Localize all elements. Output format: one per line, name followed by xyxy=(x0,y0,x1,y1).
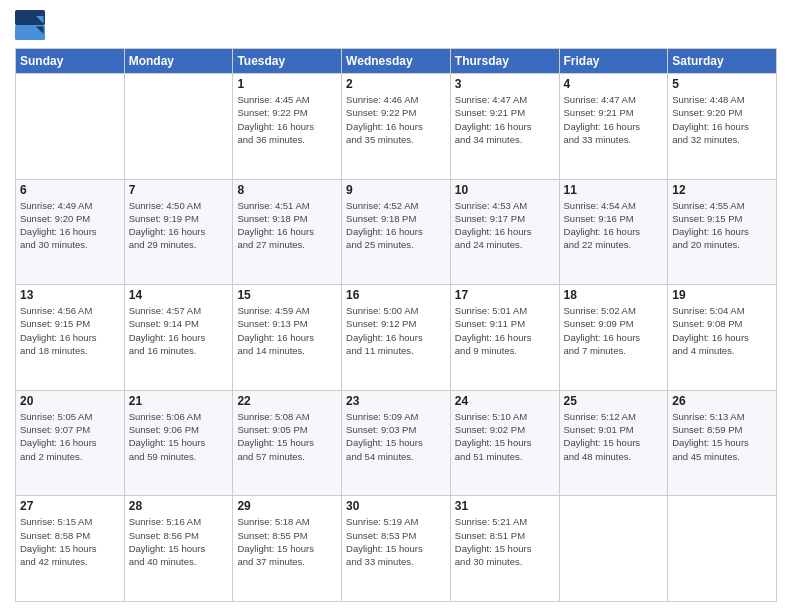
calendar-cell: 3Sunrise: 4:47 AM Sunset: 9:21 PM Daylig… xyxy=(450,74,559,180)
calendar-cell: 14Sunrise: 4:57 AM Sunset: 9:14 PM Dayli… xyxy=(124,285,233,391)
day-number: 8 xyxy=(237,183,337,197)
day-number: 29 xyxy=(237,499,337,513)
day-info: Sunrise: 5:10 AM Sunset: 9:02 PM Dayligh… xyxy=(455,410,555,463)
day-number: 7 xyxy=(129,183,229,197)
day-number: 23 xyxy=(346,394,446,408)
day-number: 4 xyxy=(564,77,664,91)
calendar-week-5: 27Sunrise: 5:15 AM Sunset: 8:58 PM Dayli… xyxy=(16,496,777,602)
day-info: Sunrise: 5:15 AM Sunset: 8:58 PM Dayligh… xyxy=(20,515,120,568)
calendar-cell: 20Sunrise: 5:05 AM Sunset: 9:07 PM Dayli… xyxy=(16,390,125,496)
day-number: 6 xyxy=(20,183,120,197)
calendar-cell: 18Sunrise: 5:02 AM Sunset: 9:09 PM Dayli… xyxy=(559,285,668,391)
calendar-cell: 9Sunrise: 4:52 AM Sunset: 9:18 PM Daylig… xyxy=(342,179,451,285)
calendar-week-2: 6Sunrise: 4:49 AM Sunset: 9:20 PM Daylig… xyxy=(16,179,777,285)
day-info: Sunrise: 5:06 AM Sunset: 9:06 PM Dayligh… xyxy=(129,410,229,463)
calendar-cell: 27Sunrise: 5:15 AM Sunset: 8:58 PM Dayli… xyxy=(16,496,125,602)
day-info: Sunrise: 4:45 AM Sunset: 9:22 PM Dayligh… xyxy=(237,93,337,146)
calendar-cell xyxy=(668,496,777,602)
day-info: Sunrise: 5:04 AM Sunset: 9:08 PM Dayligh… xyxy=(672,304,772,357)
calendar-cell: 17Sunrise: 5:01 AM Sunset: 9:11 PM Dayli… xyxy=(450,285,559,391)
day-number: 30 xyxy=(346,499,446,513)
weekday-header-tuesday: Tuesday xyxy=(233,49,342,74)
day-number: 18 xyxy=(564,288,664,302)
day-info: Sunrise: 5:02 AM Sunset: 9:09 PM Dayligh… xyxy=(564,304,664,357)
calendar-cell: 12Sunrise: 4:55 AM Sunset: 9:15 PM Dayli… xyxy=(668,179,777,285)
day-number: 28 xyxy=(129,499,229,513)
calendar-cell: 23Sunrise: 5:09 AM Sunset: 9:03 PM Dayli… xyxy=(342,390,451,496)
calendar-cell: 29Sunrise: 5:18 AM Sunset: 8:55 PM Dayli… xyxy=(233,496,342,602)
page: SundayMondayTuesdayWednesdayThursdayFrid… xyxy=(0,0,792,612)
calendar-cell: 28Sunrise: 5:16 AM Sunset: 8:56 PM Dayli… xyxy=(124,496,233,602)
calendar-cell: 21Sunrise: 5:06 AM Sunset: 9:06 PM Dayli… xyxy=(124,390,233,496)
calendar-cell: 22Sunrise: 5:08 AM Sunset: 9:05 PM Dayli… xyxy=(233,390,342,496)
calendar-cell: 10Sunrise: 4:53 AM Sunset: 9:17 PM Dayli… xyxy=(450,179,559,285)
calendar-cell: 11Sunrise: 4:54 AM Sunset: 9:16 PM Dayli… xyxy=(559,179,668,285)
calendar-cell: 16Sunrise: 5:00 AM Sunset: 9:12 PM Dayli… xyxy=(342,285,451,391)
day-number: 5 xyxy=(672,77,772,91)
day-number: 22 xyxy=(237,394,337,408)
calendar-cell: 13Sunrise: 4:56 AM Sunset: 9:15 PM Dayli… xyxy=(16,285,125,391)
day-number: 3 xyxy=(455,77,555,91)
header xyxy=(15,10,777,40)
day-number: 25 xyxy=(564,394,664,408)
day-info: Sunrise: 4:48 AM Sunset: 9:20 PM Dayligh… xyxy=(672,93,772,146)
weekday-header-thursday: Thursday xyxy=(450,49,559,74)
day-info: Sunrise: 5:12 AM Sunset: 9:01 PM Dayligh… xyxy=(564,410,664,463)
day-info: Sunrise: 5:19 AM Sunset: 8:53 PM Dayligh… xyxy=(346,515,446,568)
day-number: 31 xyxy=(455,499,555,513)
calendar-cell: 1Sunrise: 4:45 AM Sunset: 9:22 PM Daylig… xyxy=(233,74,342,180)
calendar-cell: 31Sunrise: 5:21 AM Sunset: 8:51 PM Dayli… xyxy=(450,496,559,602)
day-info: Sunrise: 4:47 AM Sunset: 9:21 PM Dayligh… xyxy=(564,93,664,146)
day-info: Sunrise: 5:13 AM Sunset: 8:59 PM Dayligh… xyxy=(672,410,772,463)
day-info: Sunrise: 4:59 AM Sunset: 9:13 PM Dayligh… xyxy=(237,304,337,357)
day-number: 24 xyxy=(455,394,555,408)
day-number: 17 xyxy=(455,288,555,302)
calendar-cell: 7Sunrise: 4:50 AM Sunset: 9:19 PM Daylig… xyxy=(124,179,233,285)
day-number: 9 xyxy=(346,183,446,197)
day-number: 10 xyxy=(455,183,555,197)
weekday-header-sunday: Sunday xyxy=(16,49,125,74)
day-number: 2 xyxy=(346,77,446,91)
day-number: 27 xyxy=(20,499,120,513)
calendar-cell: 26Sunrise: 5:13 AM Sunset: 8:59 PM Dayli… xyxy=(668,390,777,496)
weekday-header-monday: Monday xyxy=(124,49,233,74)
calendar-week-3: 13Sunrise: 4:56 AM Sunset: 9:15 PM Dayli… xyxy=(16,285,777,391)
day-number: 11 xyxy=(564,183,664,197)
calendar-cell: 15Sunrise: 4:59 AM Sunset: 9:13 PM Dayli… xyxy=(233,285,342,391)
day-info: Sunrise: 4:55 AM Sunset: 9:15 PM Dayligh… xyxy=(672,199,772,252)
calendar-cell: 19Sunrise: 5:04 AM Sunset: 9:08 PM Dayli… xyxy=(668,285,777,391)
day-info: Sunrise: 4:49 AM Sunset: 9:20 PM Dayligh… xyxy=(20,199,120,252)
calendar-cell: 2Sunrise: 4:46 AM Sunset: 9:22 PM Daylig… xyxy=(342,74,451,180)
weekday-header-wednesday: Wednesday xyxy=(342,49,451,74)
calendar-cell: 6Sunrise: 4:49 AM Sunset: 9:20 PM Daylig… xyxy=(16,179,125,285)
day-info: Sunrise: 4:47 AM Sunset: 9:21 PM Dayligh… xyxy=(455,93,555,146)
day-info: Sunrise: 4:46 AM Sunset: 9:22 PM Dayligh… xyxy=(346,93,446,146)
logo-icon xyxy=(15,10,45,40)
day-info: Sunrise: 4:54 AM Sunset: 9:16 PM Dayligh… xyxy=(564,199,664,252)
calendar-cell: 30Sunrise: 5:19 AM Sunset: 8:53 PM Dayli… xyxy=(342,496,451,602)
day-info: Sunrise: 4:51 AM Sunset: 9:18 PM Dayligh… xyxy=(237,199,337,252)
calendar-table: SundayMondayTuesdayWednesdayThursdayFrid… xyxy=(15,48,777,602)
day-info: Sunrise: 5:09 AM Sunset: 9:03 PM Dayligh… xyxy=(346,410,446,463)
logo xyxy=(15,10,49,40)
day-number: 14 xyxy=(129,288,229,302)
weekday-header-friday: Friday xyxy=(559,49,668,74)
calendar-cell: 4Sunrise: 4:47 AM Sunset: 9:21 PM Daylig… xyxy=(559,74,668,180)
day-info: Sunrise: 5:18 AM Sunset: 8:55 PM Dayligh… xyxy=(237,515,337,568)
day-number: 16 xyxy=(346,288,446,302)
day-info: Sunrise: 4:52 AM Sunset: 9:18 PM Dayligh… xyxy=(346,199,446,252)
calendar-cell xyxy=(124,74,233,180)
calendar-cell: 25Sunrise: 5:12 AM Sunset: 9:01 PM Dayli… xyxy=(559,390,668,496)
day-number: 1 xyxy=(237,77,337,91)
calendar-cell: 5Sunrise: 4:48 AM Sunset: 9:20 PM Daylig… xyxy=(668,74,777,180)
weekday-header-row: SundayMondayTuesdayWednesdayThursdayFrid… xyxy=(16,49,777,74)
weekday-header-saturday: Saturday xyxy=(668,49,777,74)
day-info: Sunrise: 5:00 AM Sunset: 9:12 PM Dayligh… xyxy=(346,304,446,357)
day-number: 19 xyxy=(672,288,772,302)
day-info: Sunrise: 5:16 AM Sunset: 8:56 PM Dayligh… xyxy=(129,515,229,568)
calendar-week-4: 20Sunrise: 5:05 AM Sunset: 9:07 PM Dayli… xyxy=(16,390,777,496)
day-info: Sunrise: 5:01 AM Sunset: 9:11 PM Dayligh… xyxy=(455,304,555,357)
calendar-cell xyxy=(16,74,125,180)
calendar-cell: 8Sunrise: 4:51 AM Sunset: 9:18 PM Daylig… xyxy=(233,179,342,285)
day-info: Sunrise: 5:21 AM Sunset: 8:51 PM Dayligh… xyxy=(455,515,555,568)
